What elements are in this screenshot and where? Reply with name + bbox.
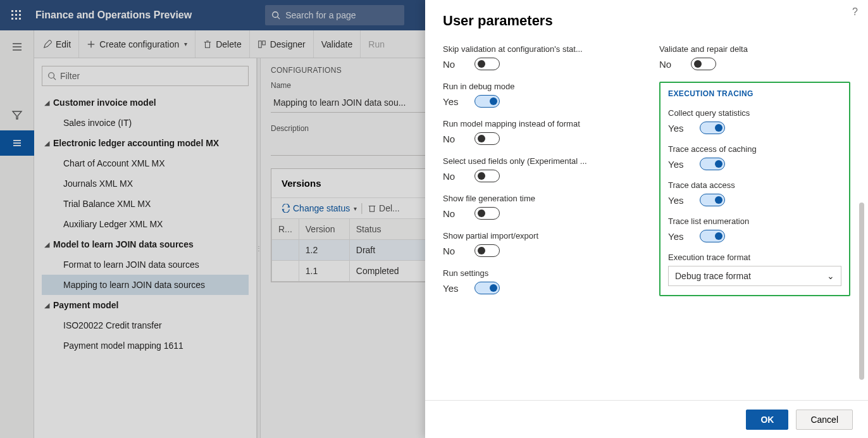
toggle-file-time[interactable] [474,207,500,220]
panel-footer: OK Cancel [425,400,868,438]
toggle-validate-delta[interactable] [691,58,716,70]
toggle-trace-list[interactable] [700,230,725,242]
toggle-query-stats[interactable] [700,122,725,134]
cancel-button[interactable]: Cancel [796,410,853,430]
trace-format-select[interactable]: Debug trace format ⌄ [668,266,841,286]
execution-tracing-header: EXECUTION TRACING [668,89,841,98]
toggle-partial-import[interactable] [474,244,500,257]
panel-right-column: Validate and repair delta No EXECUTION T… [659,44,850,296]
toggle-debug-mode[interactable] [474,95,500,108]
execution-tracing-section: EXECUTION TRACING Collect query statisti… [659,82,850,296]
ok-button[interactable]: OK [746,410,788,430]
toggle-trace-data[interactable] [700,194,725,206]
modal-overlay [0,0,425,438]
chevron-down-icon: ⌄ [827,271,834,281]
panel-title: User parameters [443,13,850,29]
scrollbar[interactable] [859,203,864,380]
toggle-trace-caching[interactable] [700,158,725,170]
toggle-used-fields[interactable] [474,170,500,182]
toggle-run-model-mapping[interactable] [474,132,500,145]
panel-left-column: Skip validation at configuration's stat.… [443,44,634,296]
toggle-skip-validation[interactable] [474,58,500,70]
toggle-run-settings[interactable] [474,282,500,294]
user-parameters-panel: ? User parameters Skip validation at con… [425,0,868,438]
